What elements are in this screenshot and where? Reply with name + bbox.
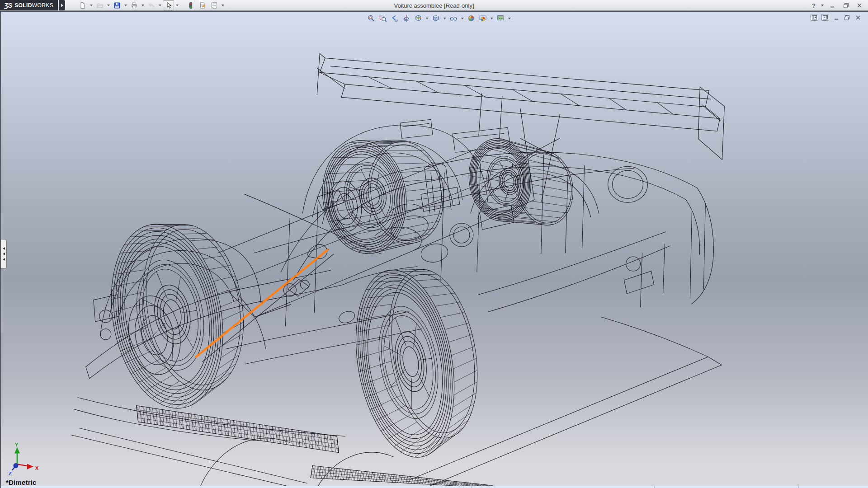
hide-show-items-dropdown[interactable] [460,14,465,23]
view-orientation-icon [415,14,422,22]
wireframe-car-model[interactable]: YXZ [1,12,868,488]
new-document-dropdown[interactable] [89,0,94,10]
print-icon [131,2,138,9]
chevron-down-icon [491,18,493,19]
undo-button[interactable] [146,0,157,10]
statusbar-separator [798,486,799,488]
logo-3s-glyph: ƷS [4,1,12,9]
section-view-button[interactable] [401,14,412,23]
help-button[interactable]: ? [810,1,818,10]
edit-appearance-icon [467,14,475,22]
chevron-left-icon [3,247,5,250]
rebuild-button[interactable] [185,0,196,10]
solidworks-logo: ƷS SOLIDWORKS [0,0,58,10]
options-button[interactable] [208,0,220,10]
chevron-down-icon [426,18,429,19]
chevron-down-icon [461,18,464,19]
logo-wordmark: SOLIDWORKS [14,2,53,9]
open-button[interactable] [94,0,105,10]
document-window-controls [811,14,862,21]
hide-show-items-button[interactable] [448,14,459,23]
chevron-down-icon [443,18,446,19]
new-document-button[interactable] [77,0,88,10]
display-style-icon [432,14,440,22]
previous-view-button[interactable] [390,14,400,23]
view-orientation-button[interactable] [413,14,424,23]
edit-appearance-button[interactable] [466,14,476,23]
chevron-down-icon [142,5,144,6]
close-icon [857,3,862,8]
view-orientation-label: *Dimetric [6,479,37,486]
headsup-view-toolbar [366,14,512,23]
chevron-left-icon [3,258,5,261]
chevron-down-icon [90,5,93,6]
statusbar [1,486,868,488]
titlebar: ƷS SOLIDWORKS [0,0,868,11]
chevron-down-icon [222,5,224,6]
selected-edge[interactable] [196,250,328,357]
section-view-icon [403,14,410,22]
restore-icon [843,3,849,8]
minimize-icon [830,3,835,8]
close-button[interactable] [854,1,865,10]
close-icon [855,15,861,20]
display-style-dropdown[interactable] [443,14,447,23]
apply-scene-button[interactable] [478,14,488,23]
view-settings-dropdown[interactable] [507,14,512,23]
help-dropdown[interactable] [820,0,825,10]
open-folder-icon [96,2,104,9]
statusbar-separator [654,486,655,488]
previous-view-icon [391,14,399,22]
save-icon [113,2,121,9]
apply-scene-dropdown[interactable] [490,14,494,23]
zoom-to-fit-button[interactable] [366,14,377,23]
select-cursor-icon [165,2,172,9]
print-button[interactable] [128,0,140,10]
print-dropdown[interactable] [140,0,145,10]
chevron-left-icon [3,253,5,255]
file-properties-icon [199,2,206,9]
view-settings-button[interactable] [495,14,506,23]
chevron-down-icon [159,5,161,6]
dock-pane-right-button[interactable] [821,14,829,21]
document-minimize-button[interactable] [832,14,840,21]
document-close-button[interactable] [854,14,862,21]
chevron-down-icon [124,5,127,6]
chevron-down-icon [176,5,179,6]
axis-label: Z [9,471,12,476]
zoom-to-area-icon [379,14,387,22]
graphics-area[interactable]: YXZ [0,11,868,488]
hide-show-items-icon [450,14,458,22]
zoom-to-fit-icon [368,14,375,22]
document-restore-button[interactable] [843,14,851,21]
axis-label: Y [15,442,19,447]
open-dropdown[interactable] [106,0,111,10]
options-dropdown[interactable] [220,0,225,10]
dock-pane-left-icon [812,15,817,19]
view-orientation-dropdown[interactable] [425,14,429,23]
minimize-button[interactable] [826,1,838,10]
select-dropdown[interactable] [175,0,179,10]
restore-button[interactable] [840,1,852,10]
feature-manager-collapsed-tab[interactable] [1,239,7,269]
chevron-right-icon [61,4,63,7]
statusbar-separator [289,486,289,488]
chevron-down-icon [508,18,511,19]
select-button[interactable] [163,0,174,10]
undo-dropdown[interactable] [157,0,162,10]
zoom-to-area-button[interactable] [378,14,388,23]
undo-icon [148,2,155,9]
reference-triad: YXZ [9,442,39,477]
options-icon [211,2,218,9]
axis-label: X [35,465,39,471]
chevron-down-icon [107,5,110,6]
minimize-icon [834,15,839,20]
save-button[interactable] [111,0,123,10]
file-properties-button[interactable] [197,0,208,10]
display-style-button[interactable] [431,14,441,23]
view-settings-icon [497,14,505,22]
save-dropdown[interactable] [123,0,128,10]
chevron-down-icon [821,5,824,6]
menu-expand-tab[interactable] [59,0,65,10]
dock-pane-left-button[interactable] [811,14,818,21]
